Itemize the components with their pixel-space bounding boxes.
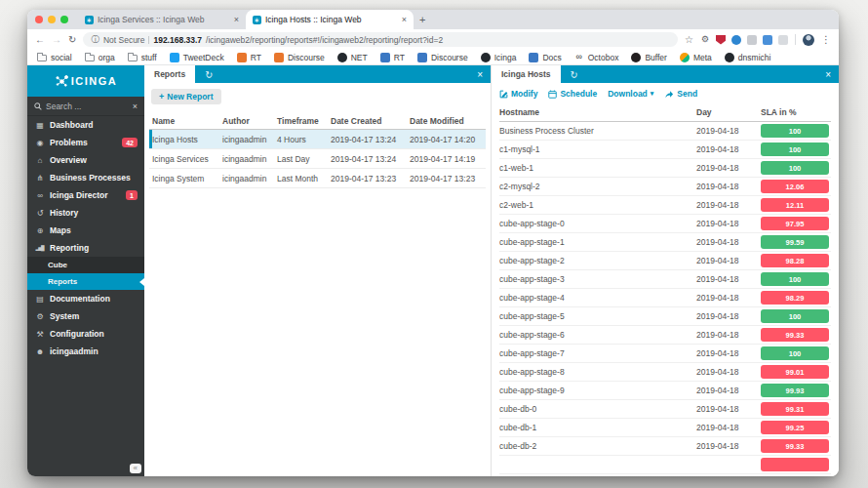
tab-icinga-hosts[interactable]: Icinga Hosts bbox=[492, 65, 561, 83]
buffer-icon bbox=[631, 53, 641, 62]
gear-extension-icon[interactable]: ⚙ bbox=[700, 35, 710, 45]
bookmark-item[interactable]: RT bbox=[237, 53, 261, 62]
bookmark-item[interactable]: Buffer bbox=[631, 53, 667, 62]
report-date-modified: 2019-04-17 14:20 bbox=[410, 135, 483, 144]
github-icon bbox=[725, 53, 734, 62]
browser-tab-icinga-hosts[interactable]: ∗ Icinga Hosts :: Icinga Web × bbox=[246, 10, 414, 29]
dashboard-icon: ▦ bbox=[34, 121, 45, 130]
close-panel-icon[interactable]: × bbox=[477, 69, 483, 80]
refresh-icon[interactable]: ↻ bbox=[571, 69, 578, 80]
sla-badge: 12.06 bbox=[761, 180, 829, 193]
sidebar-item-maps[interactable]: ⊕ Maps bbox=[27, 222, 144, 239]
column-header-timeframe: Timeframe bbox=[277, 116, 331, 126]
bookmark-label: Docs bbox=[542, 53, 561, 62]
sla-hostname: cube-app-stage-2 bbox=[499, 256, 696, 265]
tab-close-icon[interactable]: × bbox=[402, 15, 407, 24]
bookmark-item[interactable]: Docs bbox=[529, 53, 561, 62]
sidebar-item-cube[interactable]: Cube bbox=[27, 257, 144, 273]
report-timeframe: 4 Hours bbox=[277, 135, 331, 144]
bookmark-item[interactable]: Meta bbox=[680, 53, 712, 62]
bookmark-item[interactable]: orga bbox=[85, 53, 115, 62]
refresh-icon[interactable]: ↻ bbox=[205, 69, 213, 80]
report-author: icingaadmin bbox=[222, 174, 277, 183]
sidebar-item-reporting[interactable]: ▂▅█ Reporting bbox=[27, 239, 144, 257]
reports-table-body: Icinga Hosts icingaadmin 4 Hours 2019-04… bbox=[149, 130, 486, 188]
bookmark-label: Buffer bbox=[645, 53, 667, 62]
sidebar-item-configuration[interactable]: ⚒ Configuration bbox=[27, 325, 144, 343]
bookmark-item[interactable]: TweetDeck bbox=[170, 53, 224, 62]
bookmark-item[interactable]: stuff bbox=[128, 53, 157, 62]
sidebar-search: × bbox=[27, 97, 144, 116]
browser-tab-icinga-services[interactable]: ∗ Icinga Services :: Icinga Web × bbox=[78, 10, 246, 29]
bookmark-item[interactable]: dnsmichi bbox=[725, 53, 771, 62]
sla-row: cube-app-stage-1 2019-04-18 99.59 bbox=[499, 233, 831, 252]
close-panel-icon[interactable]: × bbox=[825, 69, 831, 80]
sla-day: 2019-04-18 bbox=[696, 237, 761, 247]
modify-button[interactable]: Modify bbox=[499, 89, 537, 99]
sidebar-item-documentation[interactable]: ▤ Documentation bbox=[27, 290, 144, 307]
bookmark-item[interactable]: Discourse bbox=[417, 53, 468, 62]
schedule-button[interactable]: Schedule bbox=[548, 89, 597, 99]
folder-icon bbox=[85, 55, 95, 61]
profile-avatar[interactable] bbox=[803, 34, 814, 46]
sla-row: cube-app-stage-6 2019-04-18 99.33 bbox=[499, 326, 831, 345]
new-report-button[interactable]: + New Report bbox=[151, 89, 221, 104]
info-icon[interactable]: ⓘ bbox=[91, 34, 99, 46]
sidebar-item-problems[interactable]: ◉ Problems 42 bbox=[27, 134, 144, 151]
bookmark-item[interactable]: RT bbox=[380, 53, 405, 62]
sidebar-item-reports[interactable]: Reports bbox=[27, 273, 144, 290]
sidebar-collapse-button[interactable]: « bbox=[130, 464, 141, 473]
tab-close-icon[interactable]: × bbox=[234, 15, 239, 24]
rt-icon bbox=[237, 53, 247, 62]
window-close-button[interactable] bbox=[35, 16, 43, 23]
bookmark-label: RT bbox=[251, 53, 261, 62]
puzzle-extension-icon[interactable] bbox=[778, 35, 788, 45]
sidebar-item-history[interactable]: ↺ History bbox=[27, 204, 144, 222]
sidebar-item-label: History bbox=[50, 208, 138, 218]
shield-extension-icon[interactable] bbox=[716, 35, 726, 45]
sla-badge: 100 bbox=[761, 161, 829, 175]
search-input[interactable] bbox=[46, 102, 116, 111]
sla-row: c1-mysql-1 2019-04-18 100 bbox=[499, 141, 831, 159]
bookmark-item[interactable]: Discourse bbox=[274, 53, 325, 62]
report-row[interactable]: Icinga Services icingaadmin Last Day 201… bbox=[149, 149, 486, 169]
bookmark-item[interactable]: social bbox=[37, 53, 72, 62]
blue-circle-extension-icon[interactable] bbox=[731, 35, 741, 45]
forward-button[interactable]: → bbox=[52, 35, 61, 45]
sla-table: Hostname Day SLA in % Business Process C… bbox=[492, 103, 839, 476]
column-header-author: Author bbox=[222, 116, 277, 126]
window-zoom-button[interactable] bbox=[60, 16, 68, 23]
sidebar-item-business-processes[interactable]: ⋔ Business Processes bbox=[27, 169, 144, 186]
blue-square-extension-icon[interactable] bbox=[763, 35, 772, 45]
search-clear-icon[interactable]: × bbox=[133, 102, 138, 111]
sidebar-item-overview[interactable]: ⌂ Overview bbox=[27, 151, 144, 169]
sidebar-item-dashboard[interactable]: ▦ Dashboard bbox=[27, 116, 144, 134]
new-tab-button[interactable]: + bbox=[419, 14, 425, 25]
sidebar-item-system[interactable]: ⚙ System bbox=[27, 307, 144, 325]
report-row[interactable]: Icinga System icingaadmin Last Month 201… bbox=[149, 169, 486, 188]
bookmark-item[interactable]: NET bbox=[337, 53, 368, 62]
sla-badge: 100 bbox=[761, 309, 829, 323]
bookmark-star-icon[interactable]: ☆ bbox=[685, 34, 693, 45]
report-row[interactable]: Icinga Hosts icingaadmin 4 Hours 2019-04… bbox=[149, 130, 486, 149]
window-controls bbox=[35, 16, 68, 23]
grey-square-extension-icon[interactable] bbox=[747, 35, 757, 45]
chrome-menu-icon[interactable]: ⋮ bbox=[821, 34, 831, 45]
bookmark-label: dnsmichi bbox=[738, 53, 771, 62]
sla-row: c1-web-1 2019-04-18 100 bbox=[499, 159, 831, 178]
back-button[interactable]: ← bbox=[35, 35, 45, 45]
reload-button[interactable]: ↻ bbox=[68, 35, 76, 45]
icinga-logo[interactable]: ICINGA bbox=[27, 65, 144, 97]
bookmark-item[interactable]: ∞ Octobox bbox=[574, 53, 619, 62]
sidebar-item-icinga-director[interactable]: ∞ Icinga Director 1 bbox=[27, 186, 144, 204]
bookmark-item[interactable]: Icinga bbox=[481, 53, 517, 62]
window-minimize-button[interactable] bbox=[48, 16, 56, 23]
sidebar-item-icingaadmin[interactable]: ☻ icingaadmin bbox=[27, 343, 144, 360]
address-bar[interactable]: ⓘ Not Secure 192.168.33.7/icingaweb2/rep… bbox=[83, 32, 678, 47]
send-button[interactable]: Send bbox=[664, 89, 697, 99]
schedule-label: Schedule bbox=[560, 89, 597, 99]
download-button[interactable]: Download ▾ bbox=[608, 89, 653, 99]
sla-table-header: Hostname Day SLA in % bbox=[499, 103, 831, 122]
report-date-created: 2019-04-17 13:24 bbox=[331, 154, 410, 164]
tab-reports[interactable]: Reports bbox=[144, 65, 195, 83]
